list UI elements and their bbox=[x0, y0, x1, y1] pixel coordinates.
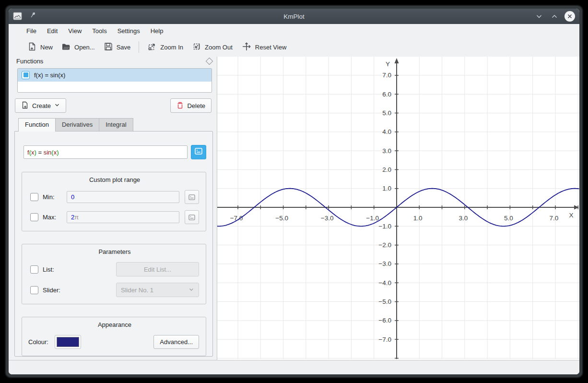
svg-text:−5.0: −5.0 bbox=[378, 298, 391, 305]
custom-plot-range-title: Custom plot range bbox=[30, 176, 199, 183]
statusbar bbox=[9, 360, 579, 374]
max-input[interactable]: 2π bbox=[67, 211, 179, 223]
main-area: Functions f(x) = sin(x) bbox=[9, 57, 579, 360]
svg-text:4.0: 4.0 bbox=[382, 128, 391, 135]
menu-tools[interactable]: Tools bbox=[87, 26, 112, 36]
list-button-row: Create bbox=[15, 98, 212, 113]
reset-view-button[interactable]: Reset View bbox=[237, 39, 291, 55]
svg-text:−3.0: −3.0 bbox=[321, 215, 334, 222]
function-visible-checkbox[interactable] bbox=[22, 71, 30, 79]
function-list-item[interactable]: f(x) = sin(x) bbox=[18, 69, 212, 82]
svg-text:X: X bbox=[569, 212, 573, 219]
svg-text:1.0: 1.0 bbox=[382, 185, 391, 192]
slider-select[interactable]: Slider No. 1 bbox=[116, 283, 199, 297]
svg-text:Y: Y bbox=[386, 60, 390, 68]
open-button[interactable]: Open... bbox=[57, 39, 99, 55]
new-button[interactable]: New bbox=[23, 39, 57, 55]
menu-help[interactable]: Help bbox=[145, 26, 169, 36]
zoom-out-icon bbox=[192, 42, 201, 53]
dock-float-icon[interactable] bbox=[206, 58, 213, 65]
new-document-icon bbox=[21, 101, 29, 110]
min-checkbox[interactable] bbox=[30, 193, 38, 201]
svg-text:−1.0: −1.0 bbox=[378, 223, 391, 230]
svg-text:5.0: 5.0 bbox=[382, 109, 391, 117]
equation-editor-button[interactable] bbox=[191, 145, 206, 159]
tab-function[interactable]: Function bbox=[18, 118, 56, 131]
close-button[interactable] bbox=[564, 11, 576, 22]
svg-text:−1.0: −1.0 bbox=[366, 215, 379, 222]
custom-plot-range-group: Custom plot range Min: 0 bbox=[22, 172, 206, 231]
appearance-title: Appearance bbox=[30, 321, 199, 328]
new-document-icon bbox=[27, 42, 37, 53]
tab-bar: Function Derivatives Integral bbox=[18, 118, 217, 131]
svg-text:−4.0: −4.0 bbox=[378, 279, 391, 287]
minimize-button[interactable] bbox=[533, 11, 545, 22]
advanced-button[interactable]: Advanced... bbox=[153, 335, 199, 349]
function-editor-icon bbox=[195, 148, 202, 156]
max-editor-button[interactable] bbox=[185, 210, 199, 224]
zoom-in-icon bbox=[147, 42, 157, 53]
tab-integral[interactable]: Integral bbox=[99, 118, 133, 131]
function-item-label: f(x) = sin(x) bbox=[34, 72, 65, 79]
parameter-list-label: List: bbox=[43, 266, 69, 273]
pin-icon[interactable] bbox=[29, 12, 37, 21]
svg-text:−5.0: −5.0 bbox=[275, 215, 288, 222]
appearance-group: Appearance Colour: Advanced... bbox=[22, 317, 206, 356]
trash-icon bbox=[176, 101, 184, 110]
toolbar: New Open... bbox=[9, 37, 579, 57]
menu-settings[interactable]: Settings bbox=[112, 26, 145, 36]
equation-input[interactable]: f(x) = sin(x) bbox=[24, 145, 188, 159]
desktop-stage: KmPlot File bbox=[0, 0, 588, 383]
menu-view[interactable]: View bbox=[63, 26, 87, 36]
colour-label: Colour: bbox=[28, 338, 48, 346]
plot-canvas[interactable]: −7.0−5.0−3.0−1.01.03.05.07.07.06.05.04.0… bbox=[217, 57, 579, 359]
app-icon[interactable] bbox=[13, 12, 23, 21]
save-button[interactable]: Save bbox=[99, 39, 135, 55]
create-button[interactable]: Create bbox=[15, 98, 66, 113]
menubar: File Edit View Tools Settings Help bbox=[9, 24, 579, 37]
svg-text:3.0: 3.0 bbox=[459, 215, 468, 222]
svg-text:3.0: 3.0 bbox=[382, 147, 391, 155]
svg-text:7.0: 7.0 bbox=[382, 72, 391, 79]
parameters-group: Parameters List: Edit List... Slider: bbox=[22, 244, 206, 304]
colour-swatch bbox=[57, 337, 79, 347]
toolbar-separator bbox=[139, 41, 139, 53]
edit-list-button[interactable]: Edit List... bbox=[116, 262, 199, 276]
functions-dock: Functions f(x) = sin(x) bbox=[9, 57, 217, 360]
reset-view-icon bbox=[241, 42, 252, 53]
svg-text:2.0: 2.0 bbox=[382, 166, 391, 173]
window-frame: KmPlot File bbox=[6, 6, 582, 377]
menu-edit[interactable]: Edit bbox=[42, 26, 63, 36]
function-tab-panel: f(x) = sin(x) bbox=[14, 131, 213, 357]
max-checkbox[interactable] bbox=[30, 213, 38, 221]
zoom-out-button[interactable]: Zoom Out bbox=[188, 39, 237, 55]
maximize-button[interactable] bbox=[549, 11, 560, 22]
colour-picker-button[interactable] bbox=[55, 335, 81, 349]
svg-text:7.0: 7.0 bbox=[550, 215, 559, 222]
dock-header: Functions bbox=[12, 57, 217, 65]
delete-button[interactable]: Delete bbox=[170, 98, 212, 113]
function-list[interactable]: f(x) = sin(x) bbox=[17, 68, 212, 93]
zoom-in-button[interactable]: Zoom In bbox=[143, 39, 188, 55]
parameter-list-checkbox[interactable] bbox=[30, 265, 38, 274]
min-label: Min: bbox=[43, 193, 62, 201]
svg-text:1.0: 1.0 bbox=[413, 215, 423, 222]
min-editor-button[interactable] bbox=[185, 190, 199, 204]
window-title: KmPlot bbox=[9, 13, 579, 20]
open-folder-icon bbox=[61, 42, 71, 53]
menu-file[interactable]: File bbox=[21, 26, 42, 36]
chevron-down-icon bbox=[188, 287, 194, 294]
svg-text:−2.0: −2.0 bbox=[378, 241, 391, 249]
tab-derivatives[interactable]: Derivatives bbox=[56, 118, 99, 131]
min-input[interactable]: 0 bbox=[67, 191, 179, 203]
parameter-slider-checkbox[interactable] bbox=[30, 286, 38, 294]
close-icon bbox=[564, 11, 575, 22]
svg-text:−7.0: −7.0 bbox=[378, 336, 391, 343]
chevron-down-icon bbox=[54, 102, 60, 109]
parameter-slider-label: Slider: bbox=[43, 287, 69, 294]
plot-area[interactable]: −7.0−5.0−3.0−1.01.03.05.07.07.06.05.04.0… bbox=[217, 57, 579, 360]
save-icon bbox=[104, 42, 113, 53]
titlebar[interactable]: KmPlot bbox=[9, 9, 579, 24]
max-label: Max: bbox=[43, 214, 62, 221]
kmplot-window: KmPlot File bbox=[9, 9, 579, 374]
